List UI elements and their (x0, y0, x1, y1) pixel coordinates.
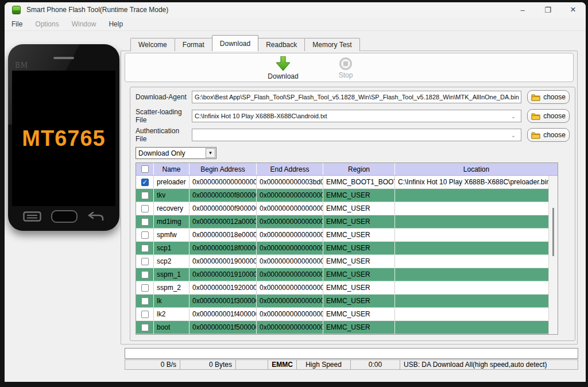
stop-button[interactable]: Stop (321, 56, 370, 79)
header-begin-address[interactable]: Begin Address (189, 163, 257, 175)
choose-button-label: choose (543, 131, 566, 139)
row-checkbox-cell[interactable] (136, 189, 154, 202)
table-row[interactable]: recovery 0x000000000f900000 0x0000000000… (136, 202, 558, 215)
scrollbar-thumb[interactable] (552, 208, 554, 256)
chevron-down-icon[interactable]: ⌄ (508, 110, 519, 122)
row-checkbox[interactable] (141, 311, 149, 318)
app-icon (12, 6, 21, 14)
row-checkbox[interactable] (141, 192, 149, 199)
row-checkbox-cell[interactable] (136, 268, 154, 281)
row-checkbox-cell[interactable] (136, 255, 154, 268)
table-row[interactable]: sspm_2 0x0000000019200000 0x000000000000… (136, 281, 558, 295)
auth-file-combobox[interactable]: ⌄ (192, 129, 521, 141)
row-checkbox-cell[interactable] (136, 176, 154, 189)
menu-help[interactable]: Help (103, 18, 129, 30)
partition-name: sspm_1 (154, 268, 189, 281)
download-agent-row: Download-Agent G:\box\Best App\SP_Flash_… (136, 91, 570, 103)
download-button[interactable]: Download (258, 56, 308, 80)
table-row[interactable]: lk 0x000000001f300000 0x0000000000000000… (136, 295, 558, 308)
tab-format[interactable]: Format (175, 38, 212, 51)
download-mode-value: Download Only (138, 149, 185, 157)
tab-readback[interactable]: Readback (258, 38, 305, 51)
header-region[interactable]: Region (323, 163, 395, 175)
menu-file[interactable]: File (6, 18, 28, 30)
row-checkbox-cell[interactable] (136, 321, 154, 334)
begin-address: 0x0000000018e00000 (189, 229, 257, 242)
region: EMMC_USER (323, 281, 395, 295)
table-scrollbar[interactable] (548, 176, 558, 334)
table-header-row: Name Begin Address End Address Region Lo… (136, 163, 558, 176)
select-all-cell[interactable] (136, 163, 154, 175)
row-checkbox[interactable] (141, 179, 149, 186)
row-checkbox-cell[interactable] (136, 308, 154, 321)
table-row[interactable]: scp2 0x0000000019000000 0x00000000000000… (136, 255, 558, 268)
phone-speaker (53, 57, 74, 59)
scatter-file-choose-button[interactable]: choose (527, 109, 570, 123)
chipset-label: MT6765 (22, 126, 105, 151)
auth-file-choose-button[interactable]: choose (527, 128, 570, 142)
download-agent-choose-button[interactable]: choose (527, 90, 570, 104)
scatter-file-combobox[interactable]: C:\Infinix Hot 10 Play X688B-X688C\andro… (192, 110, 521, 122)
table-row[interactable]: scp1 0x0000000018f00000 0x00000000000000… (136, 242, 558, 255)
row-checkbox[interactable] (141, 297, 149, 305)
partition-name: spmfw (154, 229, 189, 242)
end-address: 0x0000000000000000 (257, 308, 323, 321)
row-checkbox-cell[interactable] (136, 229, 154, 242)
row-checkbox[interactable] (141, 324, 149, 331)
table-row[interactable]: preloader 0x0000000000000000 0x000000000… (136, 176, 558, 189)
row-checkbox[interactable] (141, 271, 149, 278)
download-agent-value: G:\box\Best App\SP_Flash_Tool\SP_Flash_T… (195, 94, 519, 100)
location (395, 321, 558, 334)
begin-address: 0x0000000000000000 (189, 176, 257, 189)
title-bar[interactable]: Smart Phone Flash Tool(Runtime Trace Mod… (5, 2, 586, 17)
table-row[interactable]: tkv 0x000000000f800000 0x000000000000000… (136, 189, 558, 202)
begin-address: 0x000000001f400000 (189, 308, 257, 321)
row-checkbox[interactable] (141, 284, 149, 292)
chevron-down-icon[interactable]: ⌄ (508, 129, 519, 141)
end-address: 0x0000000000000000 (257, 189, 323, 202)
row-checkbox[interactable] (141, 231, 149, 239)
table-row[interactable]: sspm_1 0x0000000019100000 0x000000000000… (136, 268, 558, 281)
row-checkbox[interactable] (141, 245, 149, 252)
close-button[interactable]: × (560, 2, 586, 17)
begin-address: 0x000000000f800000 (189, 189, 257, 202)
row-checkbox[interactable] (141, 205, 149, 212)
table-row[interactable]: md1img 0x0000000012a00000 0x000000000000… (136, 215, 558, 229)
table-row[interactable]: lk2 0x000000001f400000 0x000000000000000… (136, 308, 558, 321)
maximize-button[interactable]: ❐ (535, 2, 560, 17)
table-row[interactable]: spmfw 0x0000000018e00000 0x0000000000000… (136, 229, 558, 242)
table-row[interactable]: boot 0x000000001f500000 0x00000000000000… (136, 321, 558, 334)
choose-button-label: choose (543, 112, 566, 120)
row-checkbox-cell[interactable] (136, 202, 154, 215)
download-mode-select[interactable]: Download Only ▼ (136, 147, 216, 159)
location (395, 255, 558, 268)
download-agent-label: Download-Agent (136, 93, 192, 101)
scatter-file-value: C:\Infinix Hot 10 Play X688B-X688C\andro… (195, 113, 327, 119)
row-checkbox-cell[interactable] (136, 215, 154, 229)
region: EMMC_USER (323, 202, 395, 215)
tab-download[interactable]: Download (212, 35, 258, 51)
row-checkbox[interactable] (141, 218, 149, 226)
minimize-button[interactable]: – (510, 2, 535, 17)
location (395, 202, 558, 215)
header-location[interactable]: Location (395, 163, 558, 175)
row-checkbox-cell[interactable] (136, 295, 154, 308)
phone-illustration: BM MT6765 (8, 44, 119, 231)
begin-address: 0x0000000012a00000 (189, 215, 257, 229)
header-end-address[interactable]: End Address (257, 163, 323, 175)
end-address: 0x0000000000000000 (257, 215, 323, 229)
tab-memory-test[interactable]: Memory Test (304, 38, 359, 51)
menu-window[interactable]: Window (66, 18, 102, 30)
dropdown-arrow-icon[interactable]: ▼ (206, 148, 215, 158)
download-agent-input[interactable]: G:\box\Best App\SP_Flash_Tool\SP_Flash_T… (192, 91, 521, 103)
header-name[interactable]: Name (154, 163, 189, 175)
menu-options[interactable]: Options (29, 18, 64, 30)
toolbar: Download Stop (125, 53, 574, 82)
row-checkbox-cell[interactable] (136, 281, 154, 295)
row-checkbox[interactable] (141, 258, 149, 265)
tab-welcome[interactable]: Welcome (130, 38, 175, 51)
row-checkbox-cell[interactable] (136, 242, 154, 255)
select-all-checkbox[interactable] (141, 165, 149, 173)
region: EMMC_USER (323, 268, 395, 281)
back-key-icon (87, 211, 105, 222)
